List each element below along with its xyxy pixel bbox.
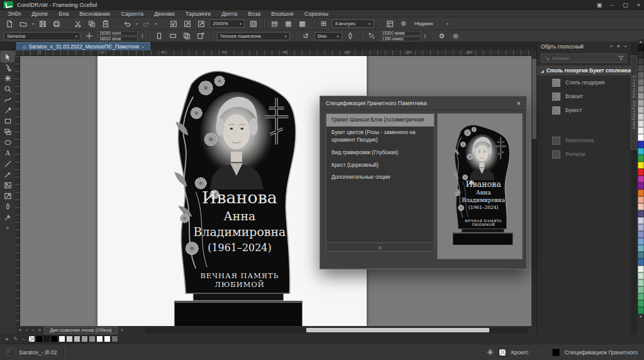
- ellipse-tool[interactable]: [1, 137, 14, 147]
- zoom-level-combo[interactable]: 2000%▾: [209, 20, 245, 28]
- document-color-swatch[interactable]: [51, 335, 58, 342]
- color-swatch[interactable]: [638, 189, 644, 196]
- document-color-swatch[interactable]: [104, 335, 111, 342]
- last-page-icon[interactable]: »: [37, 327, 42, 333]
- menu-item[interactable]: Бпа: [58, 11, 69, 17]
- document-color-swatch[interactable]: [36, 335, 43, 342]
- color-swatch[interactable]: [638, 238, 644, 245]
- menu-item[interactable]: Таршинге: [186, 11, 211, 17]
- color-swatch[interactable]: [638, 176, 644, 183]
- color-swatch[interactable]: [638, 93, 644, 99]
- color-swatch[interactable]: [638, 217, 644, 224]
- doc-palette-minus-icon[interactable]: ‒: [20, 336, 27, 342]
- text-tool[interactable]: A: [1, 148, 14, 158]
- close-icon[interactable]: ×: [637, 2, 640, 8]
- color-swatch[interactable]: [638, 155, 644, 162]
- settings-gear-icon[interactable]: ⚙: [436, 31, 447, 41]
- docker-item[interactable]: Вовоит: [537, 89, 631, 103]
- rotate-icon[interactable]: ↺: [301, 31, 311, 41]
- color-swatch[interactable]: [638, 44, 644, 51]
- menu-item[interactable]: Сарента: [121, 11, 143, 17]
- document-color-swatch[interactable]: [66, 335, 73, 342]
- color-swatch[interactable]: [638, 183, 644, 189]
- doc-palette-arrow-icon[interactable]: ▸: [4, 336, 11, 342]
- docker-close-icon[interactable]: ×: [624, 43, 627, 49]
- docker-item[interactable]: Букест: [537, 103, 631, 117]
- minimize-icon[interactable]: –: [611, 2, 614, 8]
- rectangle-3pt-tool[interactable]: [1, 127, 14, 137]
- maximize-icon[interactable]: ▢: [623, 2, 628, 8]
- color-swatch[interactable]: [638, 113, 644, 120]
- next-page-icon[interactable]: ›: [31, 327, 35, 333]
- position-x-field[interactable]: 16050 соон: [97, 31, 138, 36]
- open-caret-icon[interactable]: ▾: [32, 21, 34, 26]
- menu-item[interactable]: Дропе: [31, 11, 48, 17]
- color-swatch[interactable]: [638, 293, 644, 300]
- docker-search-input[interactable]: [552, 55, 616, 61]
- fill-color-swatch[interactable]: [552, 349, 560, 356]
- sync-icon[interactable]: ⊚: [450, 31, 461, 41]
- color-swatch[interactable]: [638, 58, 644, 65]
- filter-funnel-icon[interactable]: [618, 55, 624, 61]
- fill-tool[interactable]: [1, 201, 14, 211]
- welcome-combo[interactable]: Недаиw▾: [412, 20, 451, 28]
- copy-icon[interactable]: [86, 19, 97, 28]
- shape-tool[interactable]: [1, 62, 14, 72]
- artistic-media-tool[interactable]: [1, 191, 14, 201]
- color-swatch[interactable]: [638, 51, 644, 58]
- color-swatch[interactable]: [638, 79, 644, 86]
- save-icon[interactable]: [37, 19, 48, 28]
- menu-item[interactable]: Деенаю: [154, 11, 175, 17]
- specification-list-item[interactable]: Крест (Церковный): [326, 159, 434, 172]
- view-normal-icon[interactable]: ▦: [283, 19, 294, 28]
- color-swatch[interactable]: [638, 99, 644, 106]
- list-expand-button[interactable]: »: [326, 243, 435, 252]
- layout-icon[interactable]: ▣: [597, 2, 602, 8]
- dialog-close-icon[interactable]: ×: [517, 99, 521, 107]
- color-swatch[interactable]: [638, 252, 644, 259]
- add-page-icon[interactable]: +: [119, 327, 125, 333]
- page-portrait-icon[interactable]: [154, 31, 165, 41]
- horizontal-scrollbar-thumb[interactable]: [306, 328, 490, 332]
- rectangle-tool[interactable]: [1, 116, 14, 126]
- size-w-field[interactable]: 15300 мимв: [380, 31, 421, 36]
- menu-item[interactable]: Вкснование: [79, 11, 110, 17]
- new-document-icon[interactable]: [4, 19, 14, 28]
- docker-extra-item[interactable]: Pemene: [537, 147, 631, 161]
- bezier-tool[interactable]: [1, 105, 14, 115]
- export-icon[interactable]: [182, 19, 192, 28]
- specification-list-item[interactable]: Дополнительные опции: [326, 171, 434, 184]
- size-spinner[interactable]: ▴▾: [425, 33, 426, 39]
- specification-list-item[interactable]: Букет цветов (Розы - заменено на орнамен…: [326, 127, 434, 147]
- undo-icon[interactable]: [121, 19, 132, 28]
- color-swatch[interactable]: [638, 106, 644, 113]
- color-swatch[interactable]: [638, 127, 644, 134]
- document-color-swatch[interactable]: [43, 335, 50, 342]
- freehand-tool[interactable]: [1, 94, 14, 104]
- color-swatch[interactable]: [638, 72, 644, 79]
- color-swatch[interactable]: [638, 224, 644, 231]
- color-swatch[interactable]: [638, 279, 644, 286]
- document-color-swatch[interactable]: [96, 335, 103, 342]
- grid-icon[interactable]: ⊞: [318, 19, 329, 28]
- palette-scroll-down-icon[interactable]: ▾: [640, 314, 641, 319]
- outline-width-combo[interactable]: 5bw▾: [314, 32, 342, 40]
- color-swatch[interactable]: [638, 65, 644, 72]
- color-swatch[interactable]: [638, 307, 644, 314]
- color-swatch[interactable]: [638, 266, 644, 273]
- paste-icon[interactable]: [100, 19, 111, 28]
- docker-item[interactable]: Стиль геодерия: [537, 76, 631, 89]
- smear-tool[interactable]: [1, 73, 14, 83]
- page-tab[interactable]: Дип соаеочее очоое (Обкчз): [44, 327, 117, 334]
- color-swatch[interactable]: [638, 169, 644, 176]
- redo-caret-icon[interactable]: ▾: [155, 21, 157, 26]
- color-swatch[interactable]: [638, 231, 644, 238]
- color-swatch[interactable]: [638, 259, 644, 266]
- palette-scroll-up-icon[interactable]: ▴: [640, 39, 641, 44]
- color-swatch[interactable]: [638, 273, 644, 279]
- color-swatch[interactable]: [638, 141, 644, 148]
- connector-tool[interactable]: [1, 169, 14, 179]
- import-icon[interactable]: [168, 19, 179, 28]
- launcher-icon[interactable]: ⊛: [398, 19, 409, 28]
- undo-caret-icon[interactable]: ▾: [136, 21, 138, 26]
